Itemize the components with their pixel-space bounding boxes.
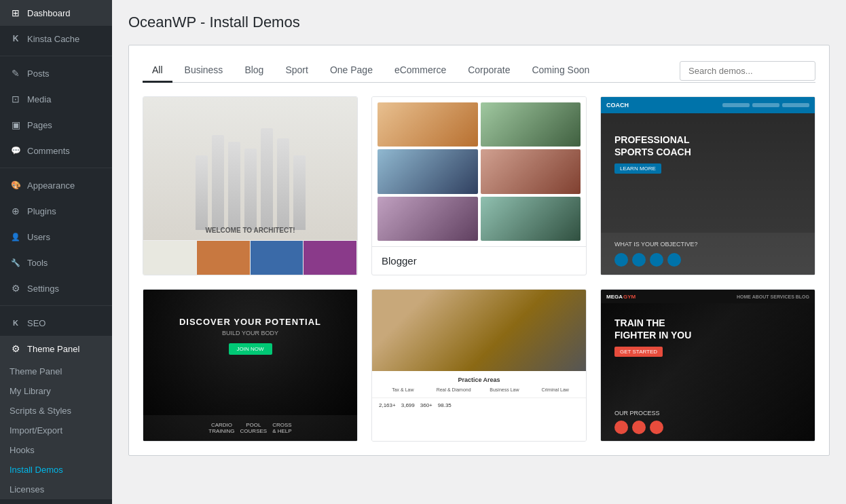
sidebar-divider — [0, 56, 112, 56]
demo-label-gym: Gym — [143, 441, 357, 442]
sidebar-submenu-hooks[interactable]: Hooks — [0, 440, 112, 460]
gym-cta: JOIN NOW — [229, 343, 272, 355]
lawyer-areas-title: Practice Areas — [379, 376, 579, 383]
tools-icon: 🔧 — [10, 256, 22, 269]
arch-col — [244, 149, 257, 230]
gym-feature: CROSS& HELP — [272, 422, 291, 434]
mega-cta: GET STARTED — [614, 347, 663, 357]
tab-ecommerce[interactable]: eCommerce — [385, 59, 456, 83]
arch-col — [212, 135, 224, 230]
sidebar-item-dashboard[interactable]: ⊞ Dashboard — [0, 0, 112, 26]
sidebar-item-tools[interactable]: 🔧 Tools — [0, 250, 112, 275]
arch-text-overlay: WELCOME TO ARCHITECT! — [205, 227, 295, 234]
coach-icons — [614, 253, 801, 267]
tab-business[interactable]: Business — [175, 59, 233, 83]
demo-card-gym[interactable]: DISCOVER YOUR POTENTIAL BUILD YOUR BODY … — [143, 289, 358, 442]
theme-panel-icon: ⚙ — [10, 343, 22, 355]
sidebar-item-label: SEO — [27, 318, 45, 328]
media-icon: ⊡ — [10, 93, 22, 105]
sidebar-item-comments[interactable]: 💬 Comments — [0, 138, 112, 163]
sidebar-item-label: Dashboard — [27, 8, 71, 18]
sidebar-item-theme-panel[interactable]: ⚙ Theme Panel — [0, 336, 112, 362]
sidebar-item-label: Media — [27, 94, 51, 104]
tabs-left: All Business Blog Sport One Page eCommer… — [143, 59, 599, 82]
sidebar-item-settings[interactable]: ⚙ Settings — [0, 275, 112, 301]
lawyer-areas: Practice Areas Tax & Law Real & Diamond … — [372, 371, 586, 398]
demo-card-coach[interactable]: COACH PROFESSIONALSPORTS COACH LEARN MOR… — [600, 96, 815, 275]
arch-col — [293, 155, 306, 230]
sidebar-item-kinsta-cache[interactable]: K Kinsta Cache — [0, 26, 112, 52]
seo-icon: K — [10, 317, 22, 329]
sidebar-submenu-import-export[interactable]: Import/Export — [0, 421, 112, 440]
arch-thumb — [197, 241, 251, 275]
demo-label-blogger: Blogger — [372, 246, 586, 275]
sidebar-submenu: Theme Panel My Library Scripts & Styles … — [0, 362, 112, 499]
demo-preview-lawyer: We Are Lawyers Justice We fight for you … — [372, 290, 586, 441]
lawyer-person-bg — [372, 290, 586, 371]
sidebar-item-seo[interactable]: K SEO — [0, 310, 112, 336]
demo-card-megagym[interactable]: MEGA GYM HOME ABOUT SERVICES BLOG TRAIN … — [600, 289, 815, 442]
arch-col — [277, 138, 289, 230]
demo-label-coach: Coach — [601, 275, 815, 275]
tab-all[interactable]: All — [143, 59, 172, 83]
coach-icon — [614, 253, 628, 267]
sidebar-submenu-licenses[interactable]: Licenses — [0, 480, 112, 499]
demo-card-blogger[interactable]: Blogger — [371, 96, 587, 275]
tab-blog[interactable]: Blog — [235, 59, 273, 83]
settings-icon: ⚙ — [10, 282, 22, 294]
sidebar-submenu-install-demos[interactable]: Install Demos — [0, 460, 112, 480]
arch-thumb — [251, 241, 304, 275]
lawyer-stat: 360+ — [420, 402, 433, 408]
sidebar-item-media[interactable]: ⊡ Media — [0, 86, 112, 112]
arch-thumbnails — [143, 240, 357, 275]
sidebar-item-label: Posts — [27, 69, 50, 79]
sidebar-item-label: Kinsta Cache — [27, 34, 79, 44]
gym-feature: CARDIOTRAINING — [208, 422, 234, 434]
tab-corporate[interactable]: Corporate — [458, 59, 519, 83]
lawyer-stat: 3,699 — [401, 402, 415, 408]
mega-circle — [650, 421, 663, 434]
posts-icon: ✎ — [10, 67, 22, 79]
demo-preview-blogger — [372, 97, 586, 246]
sidebar-item-label: Tools — [27, 258, 48, 268]
nav-dot — [782, 103, 809, 107]
coach-icon — [650, 253, 663, 267]
sidebar-item-plugins[interactable]: ⊕ Plugins — [0, 198, 112, 224]
demo-card-lawyer[interactable]: We Are Lawyers Justice We fight for you … — [371, 289, 587, 442]
dashboard-icon: ⊞ — [10, 7, 22, 19]
page-title: OceanWP - Install Demos — [128, 14, 830, 31]
demo-label-lawyer: Lawyer — [372, 441, 586, 442]
blog-thumb — [378, 102, 478, 147]
mega-title: TRAIN THEFIGHTER IN YOU — [614, 317, 691, 341]
sidebar-item-label: Settings — [27, 284, 59, 294]
blog-thumb — [481, 102, 581, 147]
sidebar-submenu-scripts-styles[interactable]: Scripts & Styles — [0, 401, 112, 421]
tab-sport[interactable]: Sport — [276, 59, 317, 83]
blog-thumb — [378, 197, 478, 241]
sidebar-submenu-my-library[interactable]: My Library — [0, 381, 112, 401]
arch-col — [261, 128, 273, 230]
tab-coming-soon[interactable]: Coming Soon — [522, 59, 599, 83]
arch-col — [196, 155, 208, 230]
mega-circles — [614, 421, 801, 434]
mega-brand-accent: GYM — [623, 294, 636, 300]
lawyer-stat: 98.35 — [438, 402, 452, 408]
sidebar-item-pages[interactable]: ▣ Pages — [0, 112, 112, 138]
demo-preview-coach: COACH PROFESSIONALSPORTS COACH LEARN MOR… — [601, 97, 815, 275]
tab-one-page[interactable]: One Page — [320, 59, 382, 83]
blog-thumb — [378, 149, 478, 193]
sidebar-item-appearance[interactable]: 🎨 Appearance — [0, 172, 112, 198]
demo-preview-megagym: MEGA GYM HOME ABOUT SERVICES BLOG TRAIN … — [601, 290, 815, 441]
mega-header: MEGA GYM HOME ABOUT SERVICES BLOG — [601, 290, 815, 303]
search-input[interactable] — [680, 61, 815, 81]
demo-card-architect[interactable]: WELCOME TO ARCHITECT! Architect — [143, 96, 358, 275]
sidebar-item-posts[interactable]: ✎ Posts — [0, 60, 112, 86]
arch-thumb — [143, 241, 197, 275]
appearance-icon: 🎨 — [10, 179, 22, 191]
mega-brand: MEGA — [606, 294, 623, 300]
coach-title: PROFESSIONALSPORTS COACH — [614, 134, 691, 158]
lawyer-stats: 2,163+ 3,699 360+ 98.35 — [372, 398, 586, 412]
sidebar-submenu-theme-panel[interactable]: Theme Panel — [0, 362, 112, 381]
nav-dot — [722, 103, 750, 107]
sidebar-item-users[interactable]: 👤 Users — [0, 224, 112, 250]
